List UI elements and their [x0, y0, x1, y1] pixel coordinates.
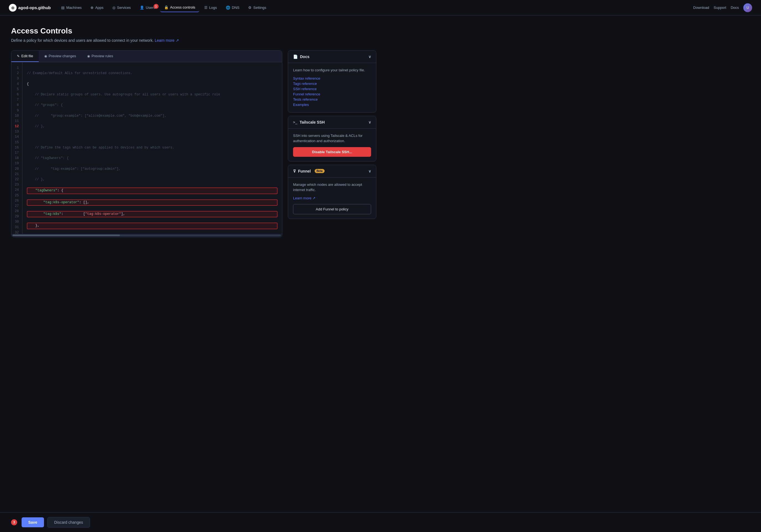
tailscale-ssh-section: >_ Tailscale SSH ∨ SSH into servers usin…	[288, 116, 376, 161]
docs-section: 📄 Docs ∨ Learn how to configure your tai…	[288, 50, 376, 113]
tailscale-ssh-body: SSH into servers using Tailscale & ACLs …	[288, 128, 376, 161]
syntax-reference-link[interactable]: Syntax reference	[293, 76, 371, 80]
code-content[interactable]: // Example/default ACLs for unrestricted…	[23, 62, 282, 234]
tags-reference-link[interactable]: Tags reference	[293, 81, 371, 86]
page-title: Access Controls	[11, 27, 376, 35]
code-line-3: // Declare static groups of users. Use a…	[27, 92, 277, 97]
tab-edit-file[interactable]: ✎ Edit file	[11, 51, 39, 62]
funnel-section-body: Manage which nodes are allowed to accept…	[288, 177, 376, 219]
logs-icon: ☰	[204, 6, 207, 10]
code-editor[interactable]: 1 2 3 4 5 6 7 8 9 10 11 12 13 14	[11, 62, 282, 234]
ssh-chevron-icon: ∨	[368, 120, 371, 125]
code-line-1: // Example/default ACLs for unrestricted…	[27, 71, 277, 76]
nav-machines[interactable]: ▤ Machines	[57, 3, 86, 12]
docs-chevron-icon: ∨	[368, 54, 371, 59]
discard-changes-button[interactable]: Discard changes	[47, 517, 90, 528]
code-line-8: // Define the tags which can be applied …	[27, 145, 277, 150]
editor-panel: ✎ Edit file ◉ Preview changes ◉ Preview …	[11, 50, 282, 237]
tailscale-ssh-title: >_ Tailscale SSH	[293, 120, 324, 125]
add-funnel-button[interactable]: Add Funnel to policy	[293, 204, 371, 214]
support-link[interactable]: Support	[714, 6, 727, 10]
docs-description: Learn how to configure your tailnet poli…	[293, 68, 371, 73]
download-link[interactable]: Download	[693, 6, 709, 10]
content-area: ✎ Edit file ◉ Preview changes ◉ Preview …	[11, 50, 376, 237]
docs-section-title: 📄 Docs	[293, 54, 309, 59]
funnel-section-header[interactable]: ⊽ Funnel Beta ∨	[288, 165, 376, 177]
app-logo: ◎ agod-ops.github	[9, 4, 51, 12]
topbar: ◎ agod-ops.github ▤ Machines ⊕ Apps ◎ Se…	[0, 0, 761, 16]
nav-users[interactable]: 👤 Users 1	[136, 3, 159, 12]
preview-changes-icon: ◉	[44, 54, 47, 58]
edit-icon: ✎	[17, 54, 20, 58]
user-avatar[interactable]: U	[743, 3, 752, 12]
preview-rules-icon: ◉	[87, 54, 90, 58]
nav-apps[interactable]: ⊕ Apps	[87, 3, 107, 12]
machines-icon: ▤	[61, 6, 65, 10]
code-line-2: {	[27, 81, 277, 87]
ssh-reference-link[interactable]: SSH reference	[293, 87, 371, 91]
nav-services[interactable]: ◎ Services	[108, 3, 135, 12]
funnel-learn-more-link[interactable]: Learn more ↗	[293, 196, 371, 200]
docs-section-header[interactable]: 📄 Docs ∨	[288, 51, 376, 63]
apps-icon: ⊕	[90, 6, 93, 10]
services-icon: ◎	[112, 6, 115, 10]
code-line-11: // },	[27, 177, 277, 182]
code-line-12: "tagOwners": {	[27, 187, 277, 194]
nav-right: Download Support Docs U	[693, 3, 752, 12]
dns-icon: 🌐	[226, 6, 230, 10]
terminal-icon: >_	[293, 120, 298, 124]
line-numbers: 1 2 3 4 5 6 7 8 9 10 11 12 13 14	[11, 62, 23, 234]
editor-tabs: ✎ Edit file ◉ Preview changes ◉ Preview …	[11, 51, 282, 62]
code-line-7	[27, 134, 277, 140]
step2-line-num: 12	[15, 124, 19, 129]
page-subtitle: Define a policy for which devices and us…	[11, 38, 376, 43]
scrollbar-thumb[interactable]	[13, 235, 120, 236]
sidebar-panel: 📄 Docs ∨ Learn how to configure your tai…	[288, 50, 376, 222]
horizontal-scrollbar[interactable]	[11, 234, 282, 237]
funnel-reference-link[interactable]: Funnel reference	[293, 92, 371, 96]
ssh-description: SSH into servers using Tailscale & ACLs …	[293, 133, 371, 144]
funnel-icon: ⊽	[293, 169, 296, 173]
nav-settings[interactable]: ⚙ Settings	[244, 3, 270, 12]
code-line-13: "tag:k8s-operator": [],	[27, 199, 277, 206]
funnel-section-title: ⊽ Funnel Beta	[293, 169, 324, 173]
main-content: Access Controls Define a policy for whic…	[0, 16, 387, 265]
nav-logs[interactable]: ☰ Logs	[200, 3, 221, 12]
docs-section-body: Learn how to configure your tailnet poli…	[288, 63, 376, 112]
code-lines: 1 2 3 4 5 6 7 8 9 10 11 12 13 14	[11, 62, 282, 234]
funnel-section: ⊽ Funnel Beta ∨ Manage which nodes are a…	[288, 165, 376, 219]
funnel-chevron-icon: ∨	[368, 169, 371, 173]
bottom-bar: 3 Save Discard changes	[0, 512, 761, 532]
code-line-5: // "group:example": ["alice@example.com"…	[27, 113, 277, 119]
docs-link[interactable]: Docs	[731, 6, 739, 10]
tests-reference-link[interactable]: Tests reference	[293, 97, 371, 101]
logo-text: agod-ops.github	[18, 5, 51, 10]
settings-icon: ⚙	[248, 6, 252, 10]
code-line-15: },	[27, 223, 277, 229]
tab-preview-rules[interactable]: ◉ Preview rules	[82, 51, 119, 62]
funnel-description: Manage which nodes are allowed to accept…	[293, 182, 371, 193]
learn-more-link[interactable]: Learn more ↗	[155, 38, 179, 43]
logo-icon: ◎	[9, 4, 17, 12]
beta-badge: Beta	[315, 169, 324, 173]
lock-icon: 🔒	[164, 5, 168, 9]
nav-access-controls[interactable]: 🔒 Access controls	[160, 3, 199, 12]
code-line-10: // "tag:example": ["autogroup:admin"],	[27, 167, 277, 172]
save-step-badge: 3	[11, 519, 17, 525]
main-nav: ▤ Machines ⊕ Apps ◎ Services 👤 Users 1 🔒…	[57, 3, 691, 12]
save-button[interactable]: Save	[22, 517, 44, 527]
code-line-14: "tag:k8s": ["tag:k8s-operator"],	[27, 211, 277, 217]
code-line-9: // "tagOwners": {	[27, 156, 277, 161]
nav-dns[interactable]: 🌐 DNS	[222, 3, 243, 12]
examples-link[interactable]: Examples	[293, 103, 371, 107]
tailscale-ssh-header[interactable]: >_ Tailscale SSH ∨	[288, 116, 376, 128]
tab-preview-changes[interactable]: ◉ Preview changes	[39, 51, 82, 62]
code-line-4: // "groups": {	[27, 103, 277, 108]
disable-tailscale-ssh-button[interactable]: Disable Tailscale SSH...	[293, 147, 371, 157]
users-icon: 👤	[140, 6, 144, 10]
docs-icon: 📄	[293, 54, 298, 59]
code-line-6: // },	[27, 124, 277, 129]
scrollbar-track[interactable]	[13, 235, 281, 236]
users-badge: 1	[153, 4, 158, 9]
